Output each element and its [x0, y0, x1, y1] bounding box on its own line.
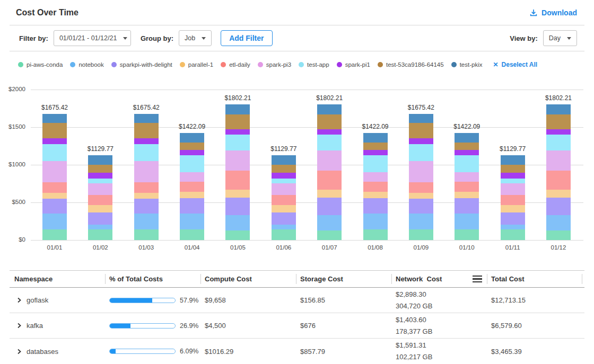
bar-segment-test-53ca9186-64145[interactable] — [363, 143, 388, 150]
bar-segment-test-53ca9186-64145[interactable] — [88, 165, 112, 173]
bar-segment-pi-aws-conda[interactable] — [317, 230, 342, 240]
stacked-bar-01/02[interactable] — [88, 155, 112, 240]
bar-segment-spark-pi3[interactable] — [363, 172, 388, 181]
legend-item-notebook[interactable]: notebook — [70, 61, 103, 68]
bar-segment-etl-daily[interactable] — [134, 182, 159, 193]
bar-segment-parallel-1[interactable] — [88, 205, 112, 212]
bar-segment-etl-daily[interactable] — [180, 182, 204, 192]
stacked-bar-01/06[interactable] — [272, 155, 296, 240]
bar-segment-pi-aws-conda[interactable] — [272, 229, 296, 240]
stacked-bar-01/09[interactable] — [409, 114, 433, 240]
bar-segment-sparkpi-with-delight[interactable] — [42, 199, 67, 214]
bar-segment-test-app[interactable] — [88, 179, 112, 183]
bar-segment-test-53ca9186-64145[interactable] — [134, 123, 159, 138]
bar-segment-pi-aws-conda[interactable] — [225, 230, 250, 240]
expand-row-icon[interactable] — [16, 297, 22, 303]
bar-segment-sparkpi-with-delight[interactable] — [180, 198, 204, 214]
stacked-bar-01/10[interactable] — [455, 133, 479, 240]
bar-segment-etl-daily[interactable] — [225, 171, 250, 190]
column-header-network-cost[interactable]: Network Cost — [391, 271, 487, 287]
bar-segment-notebook[interactable] — [363, 214, 388, 229]
bar-segment-test-53ca9186-64145[interactable] — [546, 114, 571, 129]
group-by-select[interactable]: Job — [179, 30, 212, 46]
bar-segment-spark-pi1[interactable] — [546, 129, 571, 135]
bar-segment-test-app[interactable] — [180, 155, 204, 172]
stacked-bar-01/07[interactable] — [317, 104, 342, 240]
legend-item-parallel-1[interactable]: parallel-1 — [180, 61, 213, 68]
bar-segment-parallel-1[interactable] — [501, 205, 525, 212]
bar-segment-notebook[interactable] — [88, 225, 112, 229]
bar-segment-parallel-1[interactable] — [272, 205, 296, 212]
bar-segment-test-app[interactable] — [42, 144, 67, 162]
bar-segment-pi-aws-conda[interactable] — [501, 229, 525, 240]
bar-segment-spark-pi3[interactable] — [317, 150, 342, 171]
bar-segment-spark-pi1[interactable] — [363, 150, 388, 155]
expand-row-icon[interactable] — [16, 323, 22, 329]
bar-segment-etl-daily[interactable] — [546, 171, 571, 190]
bar-segment-notebook[interactable] — [180, 214, 204, 229]
bar-segment-notebook[interactable] — [272, 225, 296, 229]
bar-segment-test-app[interactable] — [455, 155, 479, 172]
bar-segment-sparkpi-with-delight[interactable] — [409, 199, 433, 214]
bar-segment-spark-pi3[interactable] — [546, 150, 571, 171]
bar-segment-spark-pi3[interactable] — [272, 183, 296, 194]
legend-item-test-53ca9186-64145[interactable]: test-53ca9186-64145 — [378, 61, 444, 68]
bar-segment-test-app[interactable] — [546, 135, 571, 150]
stacked-bar-01/08[interactable] — [363, 133, 388, 240]
bar-segment-sparkpi-with-delight[interactable] — [363, 198, 388, 214]
legend-item-etl-daily[interactable]: etl-daily — [221, 61, 250, 68]
column-header-namespace[interactable]: Namespace — [10, 271, 105, 287]
bar-segment-test-pkix[interactable] — [134, 114, 159, 123]
bar-segment-test-pkix[interactable] — [88, 155, 112, 165]
bar-segment-etl-daily[interactable] — [501, 195, 525, 206]
bar-segment-pi-aws-conda[interactable] — [180, 229, 204, 240]
bar-segment-notebook[interactable] — [455, 214, 479, 229]
bar-segment-spark-pi1[interactable] — [42, 138, 67, 144]
stacked-bar-01/04[interactable] — [180, 133, 204, 240]
bar-segment-notebook[interactable] — [501, 225, 525, 229]
bar-segment-test-53ca9186-64145[interactable] — [272, 165, 296, 173]
column-menu-icon[interactable] — [473, 276, 482, 283]
bar-segment-spark-pi1[interactable] — [134, 138, 159, 144]
bar-segment-notebook[interactable] — [225, 215, 250, 230]
stacked-bar-01/01[interactable] — [42, 114, 67, 240]
bar-segment-spark-pi1[interactable] — [272, 173, 296, 179]
bar-segment-test-app[interactable] — [134, 144, 159, 162]
bar-segment-test-53ca9186-64145[interactable] — [501, 165, 525, 173]
bar-segment-test-pkix[interactable] — [272, 155, 296, 165]
bar-segment-parallel-1[interactable] — [134, 193, 159, 199]
bar-segment-spark-pi1[interactable] — [501, 173, 525, 179]
bar-segment-spark-pi1[interactable] — [180, 150, 204, 155]
bar-segment-parallel-1[interactable] — [455, 192, 479, 198]
bar-segment-spark-pi3[interactable] — [88, 183, 112, 194]
bar-segment-test-pkix[interactable] — [501, 155, 525, 165]
bar-segment-parallel-1[interactable] — [225, 190, 250, 198]
bar-segment-sparkpi-with-delight[interactable] — [546, 198, 571, 215]
bar-segment-test-53ca9186-64145[interactable] — [409, 123, 433, 138]
column-header--of-total-costs[interactable]: % of Total Costs — [105, 271, 200, 287]
bar-segment-etl-daily[interactable] — [272, 195, 296, 206]
bar-segment-parallel-1[interactable] — [363, 192, 388, 198]
bar-segment-test-pkix[interactable] — [363, 133, 388, 143]
bar-segment-spark-pi1[interactable] — [455, 150, 479, 155]
bar-segment-test-53ca9186-64145[interactable] — [225, 114, 250, 129]
bar-segment-parallel-1[interactable] — [317, 190, 342, 198]
legend-item-test-app[interactable]: test-app — [299, 61, 329, 68]
bar-segment-parallel-1[interactable] — [546, 190, 571, 198]
bar-segment-sparkpi-with-delight[interactable] — [501, 212, 525, 225]
bar-segment-test-53ca9186-64145[interactable] — [317, 114, 342, 129]
bar-segment-test-53ca9186-64145[interactable] — [180, 143, 204, 150]
stacked-bar-01/05[interactable] — [225, 104, 250, 240]
bar-segment-etl-daily[interactable] — [363, 182, 388, 192]
bar-segment-test-pkix[interactable] — [317, 104, 342, 114]
legend-item-spark-pi3[interactable]: spark-pi3 — [258, 61, 291, 68]
bar-segment-etl-daily[interactable] — [409, 182, 433, 193]
bar-segment-pi-aws-conda[interactable] — [455, 229, 479, 240]
bar-segment-etl-daily[interactable] — [455, 182, 479, 192]
bar-segment-sparkpi-with-delight[interactable] — [317, 198, 342, 215]
bar-segment-notebook[interactable] — [134, 214, 159, 229]
bar-segment-notebook[interactable] — [546, 215, 571, 230]
legend-item-test-pkix[interactable]: test-pkix — [451, 61, 483, 68]
bar-segment-spark-pi3[interactable] — [455, 172, 479, 181]
bar-segment-spark-pi3[interactable] — [501, 183, 525, 194]
